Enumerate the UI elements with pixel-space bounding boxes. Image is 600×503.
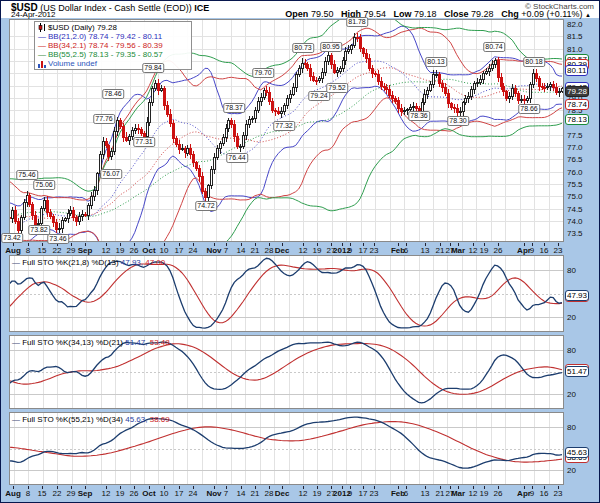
date-label: Oct — [142, 246, 155, 255]
price-value-box: 78.13 — [565, 114, 589, 125]
legend-row: Volume undef — [38, 59, 188, 68]
date-label: 16 — [540, 489, 549, 498]
price-callout: 80.13 — [425, 57, 447, 67]
date-label: 28 — [265, 489, 274, 498]
date-label: 21 — [251, 489, 260, 498]
date-label: 23 — [370, 246, 379, 255]
date-label: 12 — [299, 489, 308, 498]
date-label: Dec — [275, 246, 290, 255]
price-callout: 80.95 — [320, 42, 342, 52]
date-label: 9 — [348, 489, 352, 498]
stoch-legend-text: Full STO %K(21,8) %D(13) — [22, 258, 121, 267]
price-axis-label: 75.5 — [567, 180, 583, 189]
date-label: 24 — [189, 489, 198, 498]
price-callout: 73.42 — [1, 233, 23, 243]
legend-text: BB(34,2.1) 78.74 - 79.56 - 80.39 — [48, 41, 163, 50]
stoch-legend: — Full STO %K(21,8) %D(13) 47.93, 47.00 — [12, 258, 165, 267]
stockcharts-chart: $USD (US Dollar Index - Cash Settle (EOD… — [0, 0, 600, 503]
stoch-k-value: 47.93, — [121, 258, 145, 267]
stoch-legend-dash: — — [12, 415, 22, 424]
stoch-legend: — Full STO %K(34,13) %D(21) 51.47, 53.48 — [12, 338, 170, 347]
price-axis-label: 74.5 — [567, 205, 583, 214]
date-label: 26 — [494, 246, 503, 255]
price-callout: 79.70 — [252, 68, 274, 78]
date-label: 14 — [237, 489, 246, 498]
date-label: 13 — [421, 246, 430, 255]
price-callout: 73.82 — [28, 225, 50, 235]
legend-text: Volume undef — [48, 59, 97, 68]
chart-legend: $USD (Daily) 79.28—BB(21,2.0) 78.74 - 79… — [34, 21, 192, 70]
price-axis-label: 76.0 — [567, 168, 583, 177]
date-label: 12 — [299, 246, 308, 255]
date-label: 21 — [251, 246, 260, 255]
date-label: 12 — [469, 489, 478, 498]
date-label: 9 — [530, 246, 534, 255]
date-label: 6 — [404, 489, 408, 498]
legend-row: —BB(34,2.1) 78.74 - 79.56 - 80.39 — [38, 41, 188, 50]
date-label: Oct — [142, 489, 155, 498]
price-callout: 73.46 — [47, 234, 69, 244]
date-label: Aug — [5, 489, 21, 498]
stoch-legend-text: Full STO %K(34,13) %D(21) — [22, 338, 125, 347]
price-axis-label: 77.0 — [567, 143, 583, 152]
stoch-legend-dash: — — [12, 258, 22, 267]
date-label: 22 — [53, 246, 62, 255]
date-label: 22 — [53, 489, 62, 498]
date-axis: Aug8152229Sep121926Oct101724Nov7142128De… — [1, 486, 600, 499]
date-label: 9 — [530, 489, 534, 498]
date-label: 7 — [224, 246, 228, 255]
volume-icon — [38, 59, 48, 68]
line-icon: — — [38, 32, 48, 41]
date-label: 23 — [370, 489, 379, 498]
date-label: 14 — [237, 246, 246, 255]
price-callout: 80.18 — [523, 57, 545, 67]
price-axis-label: 73.5 — [567, 229, 583, 238]
price-callout: 74.72 — [195, 201, 217, 211]
price-callout: 77.76 — [93, 114, 115, 124]
date-label: 19 — [313, 489, 322, 498]
price-callout: 76.07 — [100, 169, 122, 179]
date-label: Dec — [275, 489, 290, 498]
stoch-axis-label: 20 — [567, 390, 576, 399]
line-icon: — — [38, 50, 48, 59]
price-axis-label: 76.5 — [567, 155, 583, 164]
price-value-box: 79.28 — [565, 86, 589, 97]
stoch-axis-label: 20 — [567, 313, 576, 322]
price-callout: 80.74 — [483, 42, 505, 52]
price-axis-label: 77.5 — [567, 131, 583, 140]
price-axis-label: 81.0 — [567, 45, 583, 54]
price-axis-label: 82.0 — [567, 20, 583, 29]
price-callout: 75.46 — [16, 170, 38, 180]
date-label: Mar — [451, 246, 465, 255]
stoch-k-value: 45.63, — [125, 415, 149, 424]
date-label: 15 — [38, 246, 47, 255]
date-label: 17 — [175, 246, 184, 255]
date-label: 24 — [189, 246, 198, 255]
date-label: 12 — [102, 489, 111, 498]
price-callout: 78.37 — [223, 103, 245, 113]
date-label: 12 — [469, 246, 478, 255]
stoch-axis-label: 80 — [567, 423, 576, 432]
date-label: 10 — [160, 246, 169, 255]
price-callout: 79.52 — [326, 83, 348, 93]
price-callout: 78.30 — [447, 116, 469, 126]
legend-row: —BB(55,2.5) 78.13 - 79.35 - 80.57 — [38, 50, 188, 59]
stoch-d-value: 53.48 — [150, 338, 170, 347]
date-label: 17 — [359, 489, 368, 498]
date-label: Sep — [78, 246, 93, 255]
date-label: 16 — [540, 246, 549, 255]
price-callout: 75.06 — [33, 180, 55, 190]
price-callout: 78.36 — [408, 111, 430, 121]
date-label: Mar — [451, 489, 465, 498]
date-label: 17 — [359, 246, 368, 255]
price-callout: 77.32 — [273, 121, 295, 131]
stoch-k-value: 51.47, — [125, 338, 149, 347]
stoch-k-value-box: 51.47 — [565, 366, 589, 377]
date-label: 8 — [26, 246, 30, 255]
date-label: 12 — [102, 246, 111, 255]
date-label: Nov — [206, 246, 221, 255]
candle-icon — [38, 23, 48, 32]
date-label: 10 — [160, 489, 169, 498]
price-callout: 78.66 — [518, 104, 540, 114]
date-label: Sep — [78, 489, 93, 498]
